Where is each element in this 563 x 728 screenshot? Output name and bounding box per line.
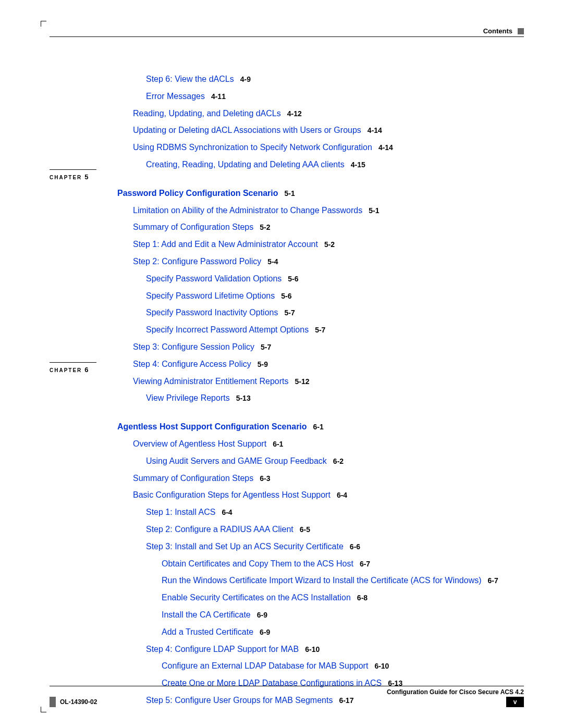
page-ref: 6-8	[357, 594, 368, 602]
toc-link[interactable]: Using Audit Servers and GAME Group Feedb…	[146, 456, 327, 465]
toc-link[interactable]: Specify Password Lifetime Options	[146, 291, 275, 300]
chapter-label: CHAPTER 6	[50, 366, 88, 374]
header-rule	[50, 36, 524, 37]
chapter-rule	[50, 362, 96, 363]
toc-link[interactable]: Specify Password Validation Options	[146, 274, 282, 283]
chapter-rule	[50, 169, 96, 170]
toc-link[interactable]: Step 2: Configure a RADIUS AAA Client	[146, 525, 293, 534]
toc-link[interactable]: Add a Trusted Certificate	[162, 627, 253, 636]
page-ref: 4-14	[378, 143, 393, 152]
document-page: Contents Step 6: View the dACLs4-9 Error…	[0, 0, 563, 728]
page-header: Contents	[483, 27, 524, 35]
toc-link[interactable]: Step 1: Add and Edit a New Administrator…	[133, 240, 318, 249]
page-ref: 6-7	[360, 560, 370, 568]
page-ref: 6-1	[273, 440, 283, 448]
toc-link[interactable]: Step 4: Configure LDAP Support for MAB	[146, 645, 299, 653]
toc-chapter-title[interactable]: Password Policy Configuration Scenario	[117, 189, 278, 198]
toc-link[interactable]: Configure an External LDAP Database for …	[162, 661, 368, 670]
page-ref: 6-9	[257, 611, 267, 619]
page-ref: 5-4	[267, 257, 278, 266]
toc-link[interactable]: Using RDBMS Synchronization to Specify N…	[133, 143, 372, 152]
toc-link[interactable]: Enable Security Certificates on the ACS …	[162, 593, 351, 602]
page-ref: 6-3	[260, 474, 270, 483]
footer-rule	[50, 686, 524, 686]
toc-link[interactable]: Updating or Deleting dACL Associations w…	[133, 126, 361, 134]
toc-link[interactable]: Error Messages	[146, 92, 205, 101]
page-ref: 4-12	[287, 109, 302, 118]
toc-link[interactable]: Obtain Certificates and Copy Them to the…	[162, 559, 353, 568]
crop-mark-icon	[41, 21, 46, 27]
toc-link[interactable]: Creating, Reading, Updating and Deleting…	[146, 160, 345, 169]
toc-link[interactable]: Step 3: Install and Set Up an ACS Securi…	[146, 542, 344, 551]
page-ref: 5-7	[261, 343, 271, 351]
page-ref: 5-7	[315, 326, 325, 334]
toc-link[interactable]: Step 1: Install ACS	[146, 508, 215, 516]
page-ref: 5-1	[285, 189, 295, 198]
toc-link[interactable]: Specify Incorrect Password Attempt Optio…	[146, 325, 309, 334]
footer-doc-title: Configuration Guide for Cisco Secure ACS…	[50, 688, 524, 696]
footer-page-number: v	[506, 697, 524, 707]
page-ref: 5-6	[281, 292, 291, 300]
toc-link[interactable]: Step 6: View the dACLs	[146, 75, 234, 83]
page-ref: 6-7	[488, 576, 498, 585]
page-ref: 4-9	[240, 75, 251, 83]
page-ref: 6-6	[350, 542, 360, 551]
page-ref: 6-10	[374, 662, 389, 670]
toc-link[interactable]: Specify Password Inactivity Options	[146, 308, 278, 317]
page-ref: 6-4	[337, 491, 347, 499]
page-ref: 5-12	[295, 377, 310, 386]
toc-link[interactable]: Step 3: Configure Session Policy	[133, 342, 254, 351]
page-ref: 6-10	[305, 645, 320, 653]
toc-link[interactable]: View Privilege Reports	[146, 393, 230, 402]
page-footer: Configuration Guide for Cisco Secure ACS…	[50, 686, 524, 707]
crop-mark-icon	[41, 707, 46, 712]
toc-link[interactable]: Basic Configuration Steps for Agentless …	[133, 490, 331, 499]
toc-link[interactable]: Overview of Agentless Host Support	[133, 439, 266, 448]
page-ref: 6-1	[313, 423, 324, 431]
page-ref: 5-1	[369, 206, 379, 215]
page-ref: 5-2	[324, 240, 335, 249]
page-ref: 6-2	[333, 457, 344, 465]
toc-link[interactable]: Summary of Configuration Steps	[133, 223, 253, 231]
page-ref: 5-6	[288, 275, 298, 283]
toc-link[interactable]: Step 4: Configure Access Policy	[133, 360, 251, 368]
toc-link[interactable]: Step 2: Configure Password Policy	[133, 257, 261, 266]
page-ref: 5-13	[236, 394, 251, 402]
toc-link[interactable]: Limitation on Ability of the Administrat…	[133, 206, 362, 215]
page-ref: 6-4	[222, 508, 232, 516]
chapter-label: CHAPTER 5	[50, 173, 88, 181]
page-ref: 4-11	[211, 92, 226, 101]
page-ref: 4-14	[368, 126, 382, 134]
toc-content: Step 6: View the dACLs4-9 Error Messages…	[50, 73, 524, 711]
page-ref: 5-9	[258, 360, 268, 368]
toc-chapter-title[interactable]: Agentless Host Support Configuration Sce…	[117, 422, 307, 431]
footer-marker-icon	[50, 697, 56, 707]
toc-link[interactable]: Summary of Configuration Steps	[133, 474, 253, 483]
header-marker-icon	[518, 28, 524, 34]
page-ref: 6-5	[300, 525, 310, 534]
page-ref: 5-2	[260, 223, 270, 231]
toc-link[interactable]: Run the Windows Certificate Import Wizar…	[162, 576, 482, 585]
toc-link[interactable]: Reading, Updating, and Deleting dACLs	[133, 109, 281, 118]
toc-link[interactable]: Viewing Administrator Entitlement Report…	[133, 377, 289, 386]
footer-doc-number: OL-14390-02	[60, 698, 97, 706]
toc-link[interactable]: Install the CA Certificate	[162, 610, 251, 619]
page-ref: 4-15	[351, 161, 365, 169]
page-ref: 5-7	[284, 309, 295, 317]
page-ref: 6-9	[260, 628, 270, 636]
header-label: Contents	[483, 27, 512, 35]
